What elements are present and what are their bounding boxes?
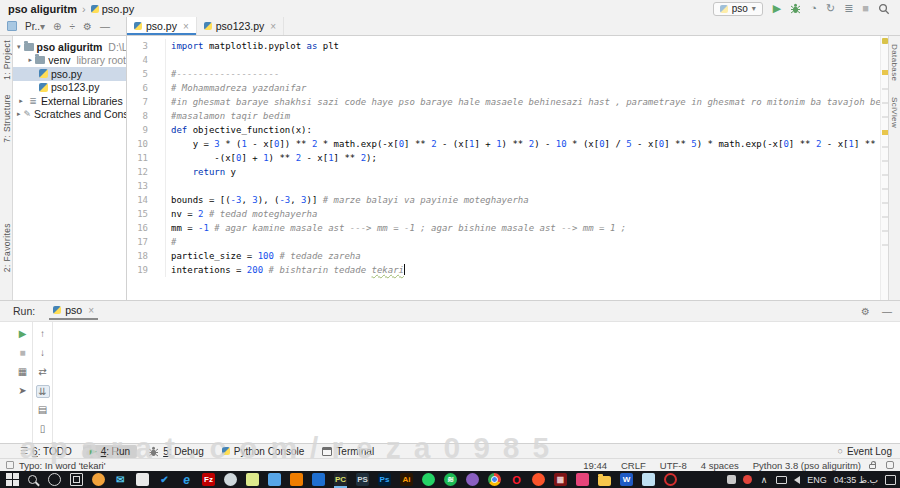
tool-window-button-run[interactable]: ▶4: Run bbox=[83, 445, 137, 458]
taskbar-filezilla[interactable]: Fz bbox=[202, 473, 215, 486]
taskbar-todo-check[interactable]: ✔ bbox=[158, 473, 171, 486]
taskbar-edge[interactable]: e bbox=[180, 473, 193, 486]
scroll-to-end-button[interactable]: ⇊ bbox=[36, 385, 50, 398]
taskbar-mail[interactable]: ✉ bbox=[114, 473, 127, 486]
stop-button[interactable]: ■ bbox=[862, 3, 869, 14]
run-button[interactable]: ▶ bbox=[773, 3, 781, 14]
tree-item-venv[interactable]: ▸venv library root bbox=[13, 54, 126, 68]
code-editor[interactable]: 3import matplotlib.pyplot as plt45#-----… bbox=[127, 36, 888, 300]
tool-window-button-debug[interactable]: 5: Debug bbox=[141, 445, 211, 458]
taskbar-orange-app[interactable] bbox=[290, 473, 303, 486]
tool-button-2-favorites[interactable]: 2: Favorites bbox=[2, 223, 12, 272]
breadcrumb-file[interactable]: pso.py bbox=[91, 3, 134, 15]
project-view-selector[interactable]: Pr..▾ bbox=[25, 21, 45, 32]
hide-panel-button[interactable]: — bbox=[100, 21, 110, 32]
clear-all-button[interactable]: ▯ bbox=[36, 423, 50, 436]
tool-button-sciview[interactable]: SciView bbox=[890, 97, 899, 128]
close-icon[interactable]: × bbox=[183, 21, 189, 32]
tree-item-external-libraries[interactable]: ▸≣External Libraries bbox=[13, 94, 126, 108]
tray-keyboard[interactable] bbox=[727, 475, 736, 484]
run-console-output[interactable] bbox=[53, 322, 900, 443]
taskbar-cortana[interactable] bbox=[48, 473, 61, 486]
print-button[interactable]: ▤ bbox=[36, 404, 50, 417]
tool-window-button-python-console[interactable]: Python Console bbox=[215, 445, 312, 458]
event-log-button[interactable]: ○ Event Log bbox=[838, 446, 892, 457]
tree-item-pso123-py[interactable]: pso123.py bbox=[13, 81, 126, 95]
locate-file-button[interactable]: ⊕ bbox=[53, 21, 61, 32]
taskbar-pink-app[interactable] bbox=[576, 473, 589, 486]
debug-button[interactable] bbox=[790, 3, 801, 14]
restore-layout-button[interactable]: ▦ bbox=[16, 366, 30, 379]
hide-run-panel-button[interactable]: — bbox=[882, 306, 892, 317]
taskbar-spotify[interactable]: ≋ bbox=[444, 473, 457, 486]
tool-window-button-terminal[interactable]: Terminal bbox=[315, 445, 381, 458]
clock[interactable]: 04:35 ب.ظ bbox=[834, 475, 878, 485]
down-stacktrace-button[interactable]: ↓ bbox=[36, 347, 50, 360]
taskbar-file-explorer[interactable] bbox=[598, 476, 611, 486]
panel-settings-button[interactable]: ⚙ bbox=[83, 21, 92, 32]
taskbar-pycharm-ps[interactable]: PS bbox=[356, 473, 369, 486]
taskbar-chrome[interactable] bbox=[488, 473, 501, 486]
up-stacktrace-button[interactable]: ↑ bbox=[36, 328, 50, 341]
tab-pso.py[interactable]: pso.py× bbox=[127, 17, 197, 35]
tray-expand[interactable]: ∧ bbox=[759, 475, 769, 485]
taskbar-pycharm[interactable]: PC bbox=[334, 473, 347, 486]
pin-tab-button[interactable]: ➤ bbox=[16, 385, 30, 398]
tab-pso123.py[interactable]: pso123.py× bbox=[197, 17, 284, 35]
taskbar-photoshop[interactable]: Ps bbox=[378, 473, 391, 486]
taskbar-photos[interactable] bbox=[312, 473, 325, 486]
search-everywhere-button[interactable] bbox=[878, 3, 890, 15]
status-item[interactable]: UTF-8 bbox=[660, 460, 687, 471]
tool-button-1-project[interactable]: 1: Project bbox=[2, 40, 12, 80]
taskbar-task-view[interactable] bbox=[70, 473, 83, 486]
taskbar-search[interactable] bbox=[28, 475, 37, 484]
stop-run-button[interactable]: ■ bbox=[16, 347, 30, 360]
tray-app-red[interactable] bbox=[743, 475, 752, 484]
taskbar-pattern-app[interactable]: ▦ bbox=[554, 473, 567, 486]
tool-button-7-structure[interactable]: 7: Structure bbox=[2, 94, 12, 143]
tree-item-pso-py[interactable]: pso.py bbox=[13, 67, 126, 81]
taskbar-whatsapp[interactable] bbox=[422, 473, 435, 486]
taskbar-illustrator[interactable]: Ai bbox=[400, 473, 413, 486]
run-settings-button[interactable]: ⚙ bbox=[861, 306, 870, 317]
status-item[interactable]: 19:44 bbox=[583, 460, 607, 471]
tool-window-button-todo[interactable]: ☰6: TODO bbox=[13, 445, 79, 458]
status-item[interactable]: 4 spaces bbox=[701, 460, 739, 471]
status-item[interactable]: Python 3.8 (pso aliguritm) bbox=[753, 460, 861, 471]
taskbar-notes[interactable] bbox=[246, 473, 259, 486]
rerun-button[interactable]: ▶ bbox=[16, 328, 30, 341]
lock-icon[interactable] bbox=[869, 464, 876, 469]
taskbar-blue-cube[interactable] bbox=[268, 473, 281, 486]
taskbar-blue-book[interactable] bbox=[642, 473, 655, 486]
profile-button[interactable]: ◔ bbox=[810, 3, 817, 14]
taskbar-start[interactable] bbox=[6, 473, 19, 486]
taskbar-store[interactable] bbox=[136, 473, 149, 486]
notification-center-icon[interactable] bbox=[885, 475, 896, 485]
status-item[interactable]: CRLF bbox=[621, 460, 646, 471]
language-indicator[interactable]: ENG bbox=[807, 475, 827, 485]
tree-item-pso-aliguritm[interactable]: ▾pso aliguritm D:\Learnin bbox=[13, 40, 126, 54]
tray-volume-icon[interactable] bbox=[794, 476, 800, 484]
editor-scrollbar[interactable] bbox=[880, 36, 888, 300]
tree-item-scratches-and-consoles[interactable]: ▸✎Scratches and Consoles bbox=[13, 108, 126, 122]
run-configuration-selector[interactable]: pso ▾ bbox=[713, 2, 763, 16]
run-tab[interactable]: pso × bbox=[49, 302, 98, 320]
collapse-all-button[interactable]: ÷ bbox=[69, 21, 75, 32]
taskbar-weather[interactable] bbox=[92, 473, 105, 486]
tray-display-icon[interactable] bbox=[776, 476, 787, 484]
taskbar-viber[interactable] bbox=[466, 473, 479, 486]
taskbar-brave[interactable] bbox=[532, 473, 545, 486]
taskbar-opera[interactable]: O bbox=[510, 473, 523, 486]
soft-wrap-button[interactable]: ⇄ bbox=[36, 366, 50, 379]
inspection-indicator-icon[interactable] bbox=[882, 38, 888, 44]
close-icon[interactable]: × bbox=[88, 305, 94, 316]
taskbar-recorder[interactable] bbox=[664, 473, 677, 486]
close-icon[interactable]: × bbox=[270, 21, 276, 32]
run-with-coverage-button[interactable]: ≣ bbox=[844, 3, 853, 14]
inspections-profile-icon[interactable] bbox=[886, 461, 894, 469]
taskbar-app-circle[interactable] bbox=[224, 473, 237, 486]
coverage-button[interactable]: ↻ bbox=[826, 3, 835, 14]
taskbar-word[interactable]: W bbox=[620, 473, 633, 486]
tool-button-database[interactable]: Database bbox=[890, 44, 899, 81]
breadcrumb-project[interactable]: pso aliguritm bbox=[8, 3, 77, 15]
